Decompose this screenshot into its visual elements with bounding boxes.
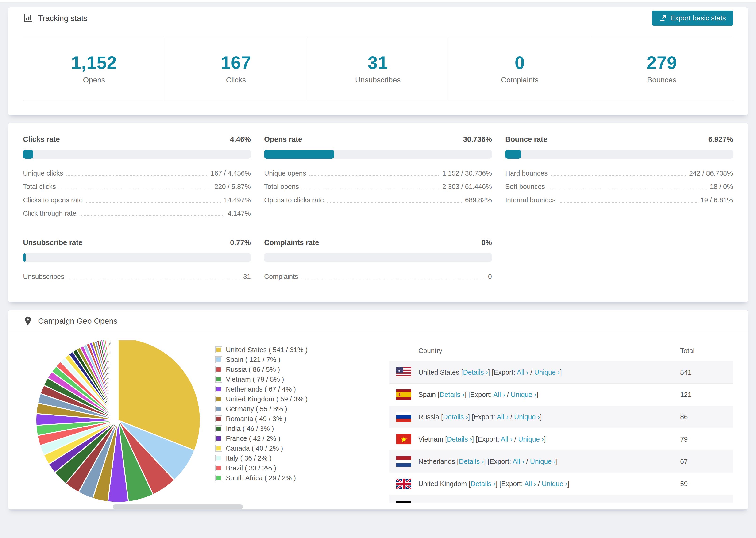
total-cell: 541 [680,368,733,376]
details-link[interactable]: Details › [470,480,495,488]
legend-item-germany[interactable]: Germany ( 55 / 3% ) [216,405,389,412]
rate-detail-row: Soft bounces18 / 0% [505,180,733,193]
details-link[interactable]: Details › [440,391,464,398]
dotted-leader [86,202,221,203]
export-unique-link[interactable]: Unique › [511,391,536,398]
tracking-stats-header: Tracking stats Export basic stats [8,7,748,29]
rate-detail-label: Click through rate [23,210,76,217]
legend-item-spain[interactable]: Spain ( 121 / 7% ) [216,356,389,363]
rate-detail-value: 242 / 86.738% [689,170,733,177]
legend-swatch [216,435,222,442]
rate-detail-label: Clicks to opens rate [23,196,83,204]
legend-item-russia[interactable]: Russia ( 86 / 5% ) [216,366,389,373]
rate-head: Complaints rate0% [264,239,492,247]
geo-opens-title: Campaign Geo Opens [38,316,117,326]
stat-label: Complaints [449,76,590,84]
pie-slice-other-40[interactable] [118,340,118,420]
progress-bar [264,253,492,262]
export-unique-link[interactable]: Unique › [534,368,560,376]
legend-item-vietnam[interactable]: Vietnam ( 79 / 5% ) [216,376,389,383]
rate-title: Complaints rate [264,239,319,247]
legend-label: Russia ( 86 / 5% ) [226,366,280,373]
dashboard-page: Tracking stats Export basic stats 1,152O… [0,0,756,510]
country-links: Netherlands [Details ›] [Export: All › /… [418,458,558,465]
rate-detail-row: Hard bounces242 / 86.738% [505,167,733,180]
legend-item-india[interactable]: India ( 46 / 3% ) [216,425,389,432]
total-cell: 86 [680,413,733,421]
export-basic-stats-button[interactable]: Export basic stats [652,11,733,26]
rate-title: Unsubscribe rate [23,239,82,247]
legend-item-brazil[interactable]: Brazil ( 33 / 2% ) [216,464,389,471]
legend-item-canada[interactable]: Canada ( 40 / 2% ) [216,445,389,452]
export-button-label: Export basic stats [670,14,726,22]
details-link[interactable]: Details › [447,435,472,443]
country-column-header: Country [389,347,680,355]
rate-detail-row: Opens to clicks rate689.82% [264,193,492,207]
rates-card: Clicks rate4.46%Unique clicks167 / 4.456… [8,123,748,302]
export-all-link[interactable]: All › [497,413,509,421]
total-cell: 79 [680,435,733,443]
map-marker-icon [23,316,33,326]
legend-item-romania[interactable]: Romania ( 49 / 3% ) [216,415,389,422]
stat-value: 31 [307,52,449,73]
legend-label: Canada ( 40 / 2% ) [226,445,283,452]
rate-rows: Complaints0 [264,270,492,283]
rate-block-clicks-rate: Clicks rate4.46%Unique clicks167 / 4.456… [23,135,251,220]
dotted-leader [302,189,439,189]
rate-block-unsubscribe-rate: Unsubscribe rate0.77%Unsubscribes31 [23,239,251,283]
export-unique-link[interactable]: Unique › [542,480,567,488]
legend-label: United Kingdom ( 59 / 3% ) [226,396,307,403]
legend-label: Spain ( 121 / 7% ) [226,356,280,363]
us-flag-icon [396,367,411,377]
rate-detail-row: Unique clicks167 / 4.456% [23,167,251,180]
rate-detail-label: Opens to clicks rate [264,196,324,204]
legend-item-united-states[interactable]: United States ( 541 / 31% ) [216,346,389,353]
legend-item-france[interactable]: France ( 42 / 2% ) [216,435,389,442]
rate-detail-label: Hard bounces [505,170,548,177]
rate-detail-value: 220 / 5.87% [214,183,251,190]
stat-value: 0 [449,52,590,73]
export-all-link[interactable]: All › [517,368,528,376]
rate-detail-label: Unsubscribes [23,273,64,281]
rate-rows: Unique clicks167 / 4.456%Total clicks220… [23,167,251,220]
legend-item-south-africa[interactable]: South Africa ( 29 / 2% ) [216,474,389,481]
country-name: Vietnam [418,435,445,443]
export-all-link[interactable]: All › [513,458,524,465]
horizontal-scrollbar-thumb[interactable] [113,505,243,509]
rate-detail-row: Total opens2,303 / 61.446% [264,180,492,193]
progress-bar-fill [23,253,26,262]
geo-table-row-nl: Netherlands [Details ›] [Export: All › /… [389,450,733,472]
country-links: Spain [Details ›] [Export: All › / Uniqu… [418,391,538,399]
legend-label: Vietnam ( 79 / 5% ) [226,376,284,383]
es-flag-icon [396,389,411,400]
dotted-leader [67,175,207,176]
legend-label: Brazil ( 33 / 2% ) [226,464,276,471]
legend-swatch [216,416,222,422]
de-flag-icon [396,501,411,503]
rate-title: Bounce rate [505,135,547,144]
stat-cell-complaints: 0Complaints [449,37,591,101]
export-all-link[interactable]: All › [501,435,513,443]
stat-cell-clicks: 167Clicks [165,37,307,101]
legend-item-united-kingdom[interactable]: United Kingdom ( 59 / 3% ) [216,396,389,403]
export-all-link[interactable]: All › [493,391,505,398]
export-all-link[interactable]: All › [524,480,536,488]
rate-head: Unsubscribe rate0.77% [23,239,251,247]
details-link[interactable]: Details › [459,458,484,465]
details-link[interactable]: Details › [443,413,468,421]
export-unique-link[interactable]: Unique › [530,458,556,465]
rate-rows: Hard bounces242 / 86.738%Soft bounces18 … [505,167,733,207]
bar-chart-icon [23,13,33,23]
progress-bar-fill [264,150,334,159]
rate-detail-label: Unique opens [264,170,306,177]
legend-swatch [216,475,222,481]
export-unique-link[interactable]: Unique › [518,435,544,443]
legend-item-italy[interactable]: Italy ( 36 / 2% ) [216,455,389,462]
rate-detail-value: 18 / 0% [710,183,733,190]
dotted-leader [327,202,462,203]
export-unique-link[interactable]: Unique › [514,413,540,421]
legend-swatch [216,406,222,412]
export-icon [659,14,667,22]
details-link[interactable]: Details › [463,368,488,376]
legend-item-netherlands[interactable]: Netherlands ( 67 / 4% ) [216,386,389,393]
